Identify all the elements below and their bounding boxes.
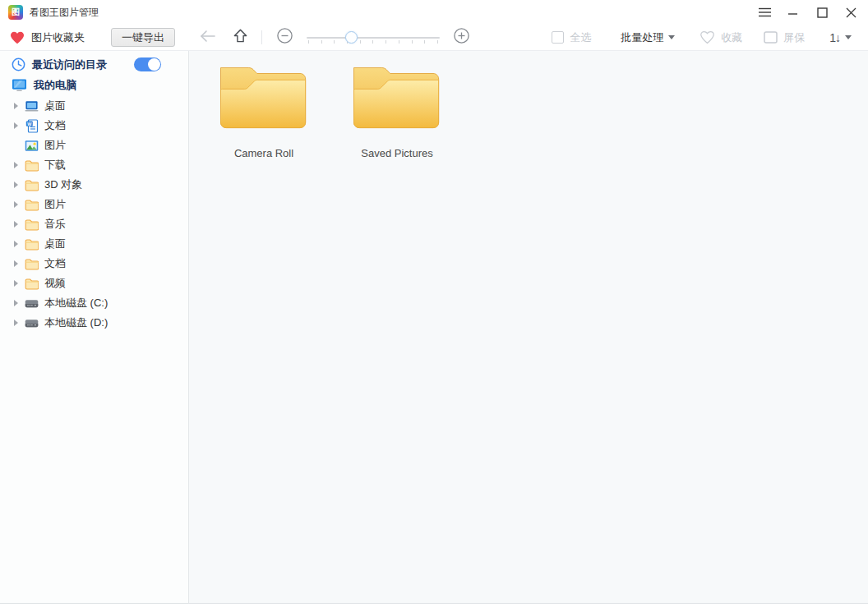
folder-icon (25, 257, 39, 271)
tree-item-disk-c[interactable]: 本地磁盘 (C:) (0, 293, 188, 313)
zoom-out-icon[interactable] (277, 28, 293, 47)
tree-item-label: 图片 (44, 138, 66, 153)
sort-icon: 1↓ (829, 31, 840, 44)
minimize-icon[interactable] (786, 5, 801, 20)
window-bottom-edge (0, 604, 868, 606)
tree-item-label: 本地磁盘 (D:) (44, 315, 108, 330)
picture-icon (25, 139, 39, 153)
tree-item-pictures[interactable]: 图片 (0, 136, 188, 155)
zoom-slider-track[interactable] (307, 37, 440, 39)
tree-item-desktop-folder[interactable]: 桌面 (0, 234, 188, 254)
select-all-label: 全选 (570, 30, 591, 45)
chevron-right-icon[interactable] (14, 162, 18, 168)
chevron-right-icon[interactable] (14, 320, 18, 326)
tree-item-desktop[interactable]: 桌面 (0, 96, 188, 116)
zoom-in-icon[interactable] (454, 28, 469, 47)
folder-icon (25, 237, 39, 251)
tree-item-documents[interactable]: W 文档 (0, 116, 188, 136)
folder-large-icon (347, 61, 447, 135)
title-bar: 图 看图王图片管理 (0, 0, 868, 25)
folder-tree: 桌面 W 文档 (0, 96, 188, 333)
toolbar-divider (261, 30, 262, 44)
disk-icon (25, 297, 39, 310)
tree-item-disk-d[interactable]: 本地磁盘 (D:) (0, 313, 188, 333)
sidebar: 最近访问的目录 我的电脑 (0, 51, 189, 603)
chevron-right-icon[interactable] (14, 201, 18, 208)
tree-item-pictures-folder[interactable]: 图片 (0, 195, 188, 214)
my-computer-row[interactable]: 我的电脑 (0, 75, 188, 95)
tree-item-label: 下载 (44, 158, 66, 172)
tree-item-label: 文档 (44, 256, 66, 271)
chevron-right-icon[interactable] (14, 300, 18, 306)
chevron-down-icon (668, 35, 675, 39)
window-title: 看图王图片管理 (30, 6, 99, 20)
folder-tile[interactable]: Saved Pictures (330, 61, 464, 159)
menu-icon[interactable] (757, 5, 772, 20)
tree-item-3d-objects[interactable]: 3D 对象 (0, 175, 188, 195)
screensaver-label: 屏保 (783, 30, 805, 45)
folder-large-icon (214, 61, 314, 135)
sort-dropdown[interactable]: 1↓ (829, 31, 852, 44)
tree-item-music[interactable]: 音乐 (0, 214, 188, 234)
chevron-right-icon[interactable] (14, 122, 18, 129)
zoom-slider[interactable] (307, 30, 440, 46)
chevron-down-icon (845, 35, 852, 39)
clock-icon (12, 57, 25, 71)
batch-process-label: 批量处理 (621, 30, 663, 45)
batch-process-dropdown[interactable]: 批量处理 (621, 30, 675, 45)
chevron-right-icon[interactable] (14, 221, 18, 228)
favorites-heading: 图片收藏夹 (31, 30, 85, 45)
folder-icon (25, 159, 39, 172)
zoom-slider-ticks (308, 40, 438, 44)
toolbar: 图片收藏夹 一键导出 全选 批量处理 (0, 25, 868, 51)
chevron-right-icon[interactable] (14, 182, 18, 188)
screen-outline-icon (764, 31, 778, 44)
back-arrow-icon[interactable] (200, 30, 215, 46)
maximize-icon[interactable] (815, 5, 829, 20)
tree-item-label: 图片 (44, 197, 66, 212)
tree-item-label: 桌面 (44, 237, 66, 251)
favorites-heart-icon (10, 31, 25, 44)
collect-label: 收藏 (721, 30, 742, 45)
tree-item-label: 视频 (44, 276, 66, 291)
chevron-right-icon[interactable] (14, 260, 18, 267)
select-all-checkbox[interactable] (552, 31, 564, 44)
chevron-right-icon[interactable] (14, 280, 18, 287)
folder-grid: Camera Roll Saved Pictures (189, 51, 868, 603)
folder-icon (25, 277, 39, 291)
tree-item-label: 本地磁盘 (C:) (44, 296, 108, 310)
svg-text:W: W (27, 121, 32, 126)
chevron-right-icon[interactable] (14, 241, 18, 247)
computer-icon (12, 78, 27, 93)
export-button[interactable]: 一键导出 (111, 28, 175, 47)
folder-icon (25, 178, 39, 192)
recent-dirs-label: 最近访问的目录 (32, 57, 107, 72)
tree-item-label: 音乐 (44, 217, 66, 232)
chevron-right-icon[interactable] (14, 103, 18, 109)
tree-item-label: 3D 对象 (44, 177, 82, 192)
close-icon[interactable] (843, 5, 858, 20)
recent-dirs-toggle[interactable] (134, 57, 161, 71)
app-window: 图 看图王图片管理 图片收藏夹 一键导出 (0, 0, 868, 607)
folder-name: Camera Roll (234, 147, 293, 159)
heart-outline-icon (699, 30, 715, 44)
folder-icon (25, 218, 39, 232)
screensaver-button[interactable]: 屏保 (764, 30, 805, 45)
tree-item-documents-folder[interactable]: 文档 (0, 254, 188, 274)
tree-item-videos[interactable]: 视频 (0, 274, 188, 293)
folder-icon (25, 198, 39, 212)
tree-item-label: 桌面 (44, 99, 66, 113)
recent-dirs-row[interactable]: 最近访问的目录 (0, 54, 188, 75)
folder-name: Saved Pictures (361, 147, 432, 159)
document-icon: W (25, 119, 39, 133)
tree-item-downloads[interactable]: 下载 (0, 155, 188, 175)
select-all-control[interactable]: 全选 (552, 30, 591, 45)
zoom-slider-handle[interactable] (345, 31, 358, 44)
folder-tile[interactable]: Camera Roll (197, 61, 330, 159)
home-icon[interactable] (233, 28, 248, 47)
collect-button[interactable]: 收藏 (699, 30, 742, 45)
my-computer-label: 我的电脑 (34, 78, 76, 93)
desktop-icon (25, 99, 39, 113)
tree-item-label: 文档 (44, 118, 66, 133)
disk-icon (25, 316, 39, 330)
